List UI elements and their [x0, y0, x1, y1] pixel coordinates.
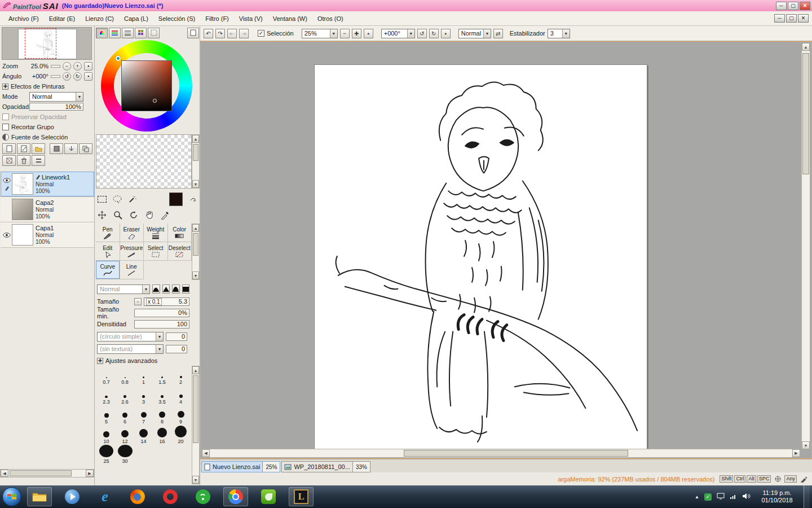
taskbar-icon-wifi-app[interactable]: [191, 487, 215, 506]
taskbar-icon-explorer[interactable]: [27, 487, 52, 506]
chevron-down-icon[interactable]: ▼: [483, 29, 491, 38]
tool-color[interactable]: Color: [168, 224, 192, 242]
brush-edge-soft-button[interactable]: [152, 284, 160, 294]
expand-icon[interactable]: ✚: [2, 84, 8, 90]
tool-pen[interactable]: Pen: [96, 224, 120, 242]
mixer-tab[interactable]: [148, 28, 160, 38]
zoom-in-button[interactable]: ✚: [352, 29, 361, 38]
undo-button[interactable]: ↶: [204, 29, 213, 38]
brush-grid-scrollbar[interactable]: ▲ ▼: [192, 366, 200, 484]
brush-size-3[interactable]: 3: [134, 386, 153, 405]
scroll-up-icon[interactable]: ▲: [802, 43, 810, 51]
scratchpad-area[interactable]: [96, 134, 192, 189]
taskbar-icon-firefox[interactable]: [125, 487, 150, 506]
brush-shape-strength[interactable]: 0: [166, 332, 187, 341]
taskbar-icon-media-player[interactable]: [60, 487, 85, 506]
layer-mode-select[interactable]: Normal▼: [29, 92, 83, 102]
taskbar-icon-green-app[interactable]: [256, 487, 281, 506]
brush-size-30[interactable]: 30: [116, 445, 134, 465]
volume-tray-icon[interactable]: [742, 493, 751, 501]
tool-curve[interactable]: Curve: [96, 261, 120, 279]
taskbar-icon-opera[interactable]: [158, 487, 183, 506]
tool-mode-select[interactable]: Normal▼: [458, 29, 491, 38]
brush-size-7[interactable]: 7: [134, 405, 153, 425]
menu-item[interactable]: Selección (S): [153, 14, 200, 24]
merge-down-button[interactable]: [79, 143, 92, 154]
layer-item[interactable]: Linework1Normal100%: [1, 172, 94, 197]
menu-item[interactable]: Capa (L): [119, 14, 153, 24]
scroll-up-icon[interactable]: ▲: [192, 135, 199, 143]
canvas-vscrollbar[interactable]: ▲ ▼: [801, 42, 810, 450]
new-layer-button[interactable]: [2, 143, 16, 154]
zoom-out-button[interactable]: −: [63, 62, 71, 71]
zoom-slider[interactable]: [51, 65, 60, 68]
advanced-settings-header[interactable]: ✚ Ajustes avanzados: [95, 356, 160, 366]
chevron-down-icon[interactable]: ▼: [76, 93, 83, 101]
new-linework-layer-button[interactable]: [17, 143, 30, 154]
brush-size-1[interactable]: 1: [134, 366, 153, 386]
layer-item[interactable]: Capa1Normal100%: [1, 222, 94, 248]
chevron-down-icon[interactable]: ▼: [156, 345, 163, 353]
flip-horizontal-button[interactable]: ⇄: [493, 29, 503, 38]
scroll-thumb[interactable]: [193, 144, 198, 161]
rotate-canvas-tool[interactable]: [129, 211, 139, 220]
clear-layer-button[interactable]: [2, 155, 16, 166]
brush-blend-mode-select[interactable]: Normal▼: [97, 284, 150, 294]
prev-view-button[interactable]: ⇤: [227, 29, 237, 38]
start-button[interactable]: [2, 487, 21, 506]
brush-size-3.5[interactable]: 3.5: [153, 386, 171, 405]
size-slider[interactable]: x 0.1 5.3: [144, 297, 189, 306]
brush-size-10[interactable]: 10: [97, 425, 116, 445]
tool-deselect[interactable]: Deselect: [168, 242, 192, 261]
move-tool[interactable]: [97, 211, 107, 220]
scroll-up-icon[interactable]: ▲: [192, 224, 199, 232]
hand-tool[interactable]: [144, 211, 155, 220]
menu-item[interactable]: Archivo (F): [3, 14, 44, 24]
network-tray-icon[interactable]: [730, 493, 737, 501]
density-slider[interactable]: 100: [134, 320, 189, 329]
scroll-thumb[interactable]: [802, 53, 809, 174]
scroll-left-icon[interactable]: ◀: [1, 470, 8, 477]
lasso-tool[interactable]: [112, 195, 122, 204]
swatches-tab[interactable]: [135, 28, 147, 38]
scroll-right-icon[interactable]: ▶: [792, 449, 800, 457]
document-tab[interactable]: Nuevo Lienzo.sai25%: [201, 461, 280, 472]
taskbar-icon-internet-explorer[interactable]: e: [92, 487, 117, 506]
chevron-down-icon[interactable]: ▼: [407, 29, 414, 38]
current-color-swatch[interactable]: [169, 192, 183, 206]
scroll-down-icon[interactable]: ▼: [802, 441, 810, 449]
transfer-down-button[interactable]: [64, 143, 78, 154]
brush-size-0.7[interactable]: 0.7: [97, 366, 116, 386]
maximize-button[interactable]: ▢: [788, 2, 798, 10]
layer-item[interactable]: Capa2Normal100%: [1, 197, 94, 222]
navigator[interactable]: [2, 27, 92, 60]
sv-marker[interactable]: [153, 99, 157, 103]
angle-select[interactable]: +000°▼: [381, 29, 415, 38]
close-button[interactable]: ✕: [800, 2, 810, 10]
canvas-hscrollbar[interactable]: ◀ ▶: [201, 449, 801, 458]
brush-size-9[interactable]: 9: [171, 405, 190, 425]
rect-select-tool[interactable]: [97, 195, 107, 204]
tool-line[interactable]: Line: [120, 261, 144, 279]
left-panel-hscrollbar[interactable]: ◀ ▶: [0, 469, 94, 478]
stabilizer-select[interactable]: 3▼: [548, 29, 570, 38]
brush-texture-strength[interactable]: 0: [166, 345, 187, 353]
scroll-thumb[interactable]: [10, 470, 72, 476]
scroll-up-icon[interactable]: ▲: [192, 366, 199, 374]
canvas-area[interactable]: ▲ ▼ ◀ ▶: [200, 41, 812, 459]
rgb-sliders-tab[interactable]: [109, 28, 121, 38]
magic-wand-tool[interactable]: [127, 195, 138, 204]
canvas-page[interactable]: [314, 64, 647, 450]
brush-size-2.3[interactable]: 2.3: [97, 386, 116, 405]
menu-item[interactable]: Otros (O): [312, 14, 348, 24]
next-view-button[interactable]: ⇥: [239, 29, 249, 38]
taskbar-clock[interactable]: 11:19 p.m. 01/10/2018: [756, 489, 798, 504]
menu-item[interactable]: Filtro (F): [200, 14, 234, 24]
mdi-restore-button[interactable]: ▢: [786, 14, 797, 23]
chevron-down-icon[interactable]: ▼: [330, 29, 337, 38]
selection-checkbox[interactable]: ✓: [258, 30, 264, 37]
taskbar-icon-chrome[interactable]: [223, 487, 248, 506]
scroll-thumb[interactable]: [193, 375, 198, 443]
show-desktop-button[interactable]: [804, 485, 810, 508]
navigator-viewport[interactable]: [25, 28, 56, 59]
